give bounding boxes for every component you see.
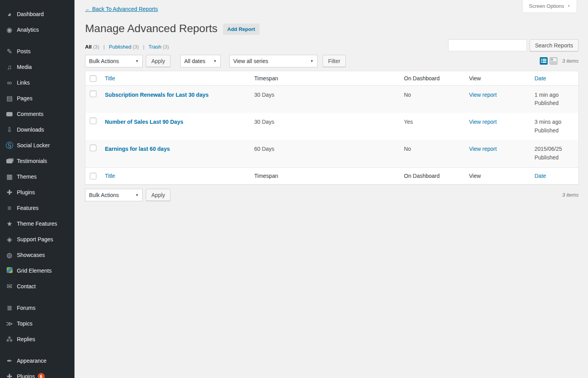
sidebar-item-pages[interactable]: ▤Pages <box>0 90 74 106</box>
date-cell: 3 mins agoPublished <box>531 113 579 140</box>
select-all-checkbox[interactable] <box>90 75 96 82</box>
report-title-link[interactable]: Number of Sales Last 90 Days <box>105 119 183 125</box>
date-cell: 2015/06/25Published <box>531 140 579 167</box>
dates-filter-select[interactable]: All dates▼ <box>180 55 221 67</box>
sidebar-item-analytics[interactable]: ◉Analytics <box>0 22 74 38</box>
chevron-down-icon: ▼ <box>135 59 139 63</box>
search-reports-input[interactable] <box>448 39 527 51</box>
apply-button[interactable]: Apply <box>146 55 171 67</box>
sidebar-item-grid-elements[interactable]: Grid Elements <box>0 263 74 279</box>
row-checkbox[interactable] <box>90 145 96 151</box>
search-form: Search Reports <box>448 39 579 51</box>
on-dashboard-cell: Yes <box>400 113 465 140</box>
sidebar-item-label: Plugins <box>17 373 35 378</box>
list-view-icon[interactable] <box>540 57 548 65</box>
sidebar-item-testimonials[interactable]: Testimonials <box>0 153 74 169</box>
sidebar-item-label: Forums <box>17 305 35 311</box>
plugins-icon: ✚ <box>5 189 14 196</box>
column-header-timespan: Timespan <box>250 167 400 184</box>
series-filter-select[interactable]: View all series▼ <box>229 55 318 67</box>
column-header-on-dashboard: On Dashboard <box>400 167 465 184</box>
testimonials-icon <box>5 158 14 165</box>
sidebar-item-plugins-updates[interactable]: ✚Plugins6 <box>0 369 74 378</box>
apply-button[interactable]: Apply <box>146 189 171 201</box>
view-report-link[interactable]: View report <box>469 92 497 98</box>
report-title-link[interactable]: Subscription Renewals for Last 30 days <box>105 92 209 98</box>
sidebar-item-label: Themes <box>17 174 37 180</box>
sidebar-item-label: Social Locker <box>17 142 50 148</box>
bulk-actions-select[interactable]: Bulk Actions▼ <box>85 189 143 201</box>
table-row: Subscription Renewals for Last 30 days 3… <box>85 85 579 113</box>
sort-by-date-link[interactable]: Date <box>535 173 546 179</box>
plugins-icon: ✚ <box>5 373 14 378</box>
sidebar-item-social-locker[interactable]: ⓈSocial Locker <box>0 137 74 153</box>
filter-all-link[interactable]: All (3) <box>85 44 99 50</box>
sort-by-title-link[interactable]: Title <box>105 173 115 179</box>
sidebar-item-posts[interactable]: ✎Posts <box>0 43 74 59</box>
sidebar-item-label: Analytics <box>17 27 39 33</box>
sidebar-item-label: Posts <box>17 48 31 54</box>
sidebar-item-comments[interactable]: Comments <box>0 106 74 122</box>
filter-button[interactable]: Filter <box>323 55 346 67</box>
view-report-link[interactable]: View report <box>469 146 497 152</box>
select-all-checkbox[interactable] <box>90 173 96 179</box>
search-reports-button[interactable]: Search Reports <box>530 39 579 51</box>
star-icon: ★ <box>5 221 14 227</box>
sidebar-item-showcases[interactable]: ◍Showcases <box>0 247 74 263</box>
filter-published-link[interactable]: Published (3) <box>109 44 139 50</box>
sidebar-item-features[interactable]: ≡Features <box>0 200 74 216</box>
chevron-down-icon: ▼ <box>567 4 570 8</box>
sort-by-title-link[interactable]: Title <box>105 75 115 81</box>
support-pages-icon: ◈ <box>5 236 14 243</box>
sidebar-item-media[interactable]: ♫Media <box>0 59 74 75</box>
update-count-badge: 6 <box>38 373 45 378</box>
table-header-row: Title Timespan On Dashboard View Date <box>85 71 579 85</box>
sidebar-item-dashboard[interactable]: ◕Dashboard <box>0 6 74 22</box>
sidebar-item-downloads[interactable]: ⇩Downloads <box>0 122 74 137</box>
items-count: 3 items <box>562 58 579 64</box>
sidebar-item-support-pages[interactable]: ◈Support Pages <box>0 232 74 247</box>
sidebar-item-contact[interactable]: ✉Contact <box>0 279 74 294</box>
row-checkbox[interactable] <box>90 118 96 124</box>
column-header-view: View <box>465 167 531 184</box>
sidebar-item-label: Media <box>17 64 32 70</box>
row-checkbox[interactable] <box>90 90 96 97</box>
view-report-link[interactable]: View report <box>469 119 497 125</box>
pushpin-icon: ✎ <box>5 48 14 55</box>
sidebar-item-label: Dashboard <box>17 11 44 17</box>
comments-icon <box>5 111 14 118</box>
page-title: Manage Advanced Reports <box>85 22 218 35</box>
sidebar-item-replies[interactable]: ⁂Replies <box>0 331 74 347</box>
add-report-button[interactable]: Add Report <box>223 24 260 35</box>
report-title-link[interactable]: Earnings for last 60 days <box>105 146 170 152</box>
screen-options-tab[interactable]: Screen Options ▼ <box>522 0 577 13</box>
sidebar-item-label: Showcases <box>17 252 45 258</box>
analytics-icon: ◉ <box>5 27 14 33</box>
sidebar-item-label: Features <box>17 205 38 211</box>
sidebar-item-topics[interactable]: ≫Topics <box>0 316 74 331</box>
media-icon: ♫ <box>5 64 14 71</box>
sort-by-date-link[interactable]: Date <box>535 75 546 81</box>
appearance-icon: ✒ <box>5 358 14 364</box>
social-locker-icon: Ⓢ <box>5 142 14 149</box>
timespan-cell: 60 Days <box>250 140 400 167</box>
sidebar-item-label: Theme Features <box>17 221 57 227</box>
filter-trash-link[interactable]: Trash (3) <box>149 44 169 50</box>
excerpt-view-icon[interactable] <box>550 57 557 65</box>
sidebar-item-links[interactable]: ∞Links <box>0 75 74 90</box>
sidebar-item-label: Testimonials <box>17 158 47 164</box>
sidebar-item-forums[interactable]: ≣Forums <box>0 300 74 316</box>
envelope-icon: ✉ <box>5 283 14 290</box>
sidebar-item-themes[interactable]: ▦Themes <box>0 169 74 184</box>
date-cell: 1 min agoPublished <box>531 85 579 113</box>
sidebar-item-theme-features[interactable]: ★Theme Features <box>0 216 74 232</box>
sidebar-item-appearance[interactable]: ✒Appearance <box>0 353 74 369</box>
column-header-view: View <box>465 71 531 85</box>
links-icon: ∞ <box>5 80 14 86</box>
sidebar-item-label: Appearance <box>17 358 47 364</box>
sidebar-item-plugins[interactable]: ✚Plugins <box>0 184 74 200</box>
column-header-timespan: Timespan <box>250 71 400 85</box>
bulk-actions-select[interactable]: Bulk Actions▼ <box>85 55 143 67</box>
back-to-advanced-reports-link[interactable]: ← Back To Advanced Reports <box>85 6 158 12</box>
sidebar-item-label: Grid Elements <box>17 268 52 274</box>
